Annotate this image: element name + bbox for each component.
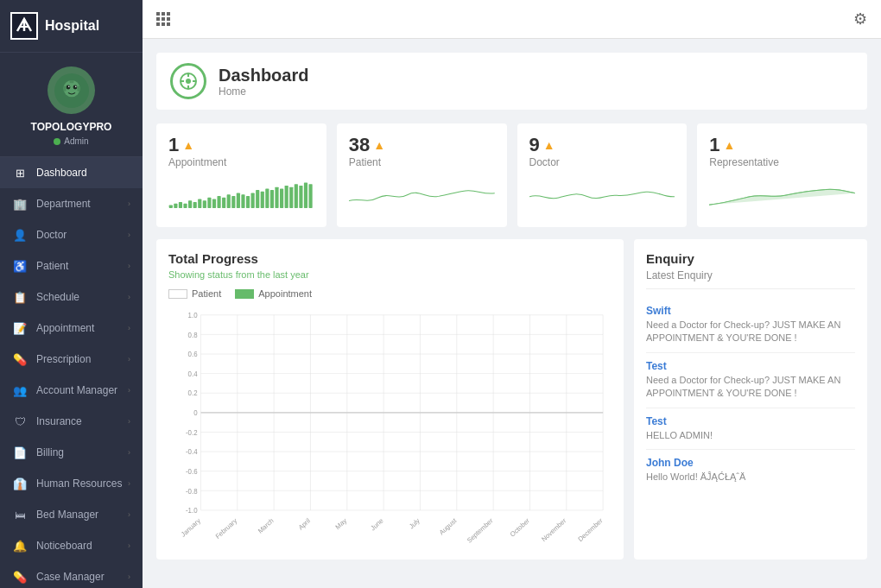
legend-patient-label: Patient [192, 288, 221, 299]
svg-rect-44 [299, 186, 302, 208]
nav-icon-human-resources: 👔 [12, 476, 28, 491]
svg-rect-41 [285, 186, 288, 208]
stat-trend-appointment: ▲ [182, 138, 194, 152]
nav-arrow-billing: › [128, 448, 130, 457]
profile-section: TOPOLOGYPRO Admin [0, 53, 143, 157]
app-name: Hospital [45, 18, 99, 34]
page-subtitle: Home [219, 85, 308, 98]
nav-icon-dashboard: ⊞ [12, 165, 28, 180]
svg-rect-10 [77, 85, 79, 91]
svg-rect-31 [237, 193, 240, 208]
topbar: ⚙ [143, 0, 881, 39]
sidebar-item-case-manager[interactable]: 💊 Case Manager › [0, 561, 143, 588]
nav-icon-account-manager: 👥 [12, 383, 28, 398]
svg-rect-22 [193, 202, 197, 208]
line-mini-doctor [529, 174, 675, 215]
enquiry-item-message: HELLO ADMIN! [646, 429, 855, 442]
nav-arrow-bed-manager: › [128, 510, 130, 519]
enquiry-item-name[interactable]: Swift [646, 305, 855, 317]
nav-label-department: Department [36, 198, 128, 210]
sidebar-item-doctor[interactable]: 👤 Doctor › [0, 219, 143, 250]
sidebar-header: Hospital [0, 0, 143, 53]
svg-text:June: June [370, 516, 385, 532]
nav-icon-schedule: 📋 [12, 289, 28, 305]
dashboard-title-block: Dashboard Home [219, 66, 308, 98]
svg-text:September: September [466, 516, 495, 545]
svg-text:-0.8: -0.8 [186, 487, 198, 495]
sidebar-item-patient[interactable]: ♿ Patient › [0, 250, 143, 281]
stat-trend-doctor: ▲ [543, 138, 555, 152]
svg-rect-42 [289, 187, 293, 208]
svg-text:-0.4: -0.4 [186, 448, 198, 456]
nav-label-appointment: Appointment [36, 322, 128, 334]
nav-icon-prescription: 💊 [12, 351, 28, 367]
svg-rect-32 [241, 194, 244, 208]
svg-text:0.2: 0.2 [188, 389, 198, 397]
grid-icon [156, 12, 170, 26]
svg-point-16 [186, 79, 191, 84]
svg-rect-29 [227, 194, 231, 208]
sidebar-item-prescription[interactable]: 💊 Prescription › [0, 344, 143, 375]
sidebar-item-dashboard[interactable]: ⊞ Dashboard [0, 157, 143, 188]
nav-label-dashboard: Dashboard [36, 167, 130, 179]
nav-arrow-noticeboard: › [128, 541, 130, 550]
svg-rect-19 [179, 202, 182, 208]
stat-trend-representative: ▲ [724, 138, 736, 152]
nav-label-insurance: Insurance [36, 415, 128, 427]
enquiry-item-name[interactable]: Test [646, 360, 855, 372]
svg-point-6 [68, 85, 70, 87]
nav-icon-noticeboard: 🔔 [12, 538, 28, 553]
sidebar-item-billing[interactable]: 📄 Billing › [0, 437, 143, 468]
sidebar-item-schedule[interactable]: 📋 Schedule › [0, 281, 143, 313]
enquiry-item: Test HELLO ADMIN! [646, 408, 855, 450]
svg-text:July: July [408, 516, 421, 530]
nav-arrow-department: › [128, 199, 130, 208]
enquiry-card: Enquiry Latest Enquiry Swift Need a Doct… [634, 239, 867, 560]
nav-icon-bed-manager: 🛏 [12, 507, 28, 522]
sidebar-item-human-resources[interactable]: 👔 Human Resources › [0, 468, 143, 499]
nav-label-doctor: Doctor [36, 229, 128, 241]
nav-icon-patient: ♿ [12, 258, 28, 274]
svg-rect-43 [295, 184, 298, 208]
stat-card-doctor: 9▲ Doctor [517, 123, 688, 227]
enquiry-item-name[interactable]: John Doe [646, 457, 855, 469]
sidebar-item-bed-manager[interactable]: 🛏 Bed Manager › [0, 499, 143, 530]
svg-text:-0.2: -0.2 [186, 428, 198, 436]
svg-rect-23 [198, 199, 201, 208]
stat-value-doctor: 9▲ [529, 134, 675, 156]
profile-status: Admin [54, 136, 88, 146]
sidebar: Hospital TOPOLOGYPRO Admin ⊞ [0, 0, 143, 588]
nav-arrow-doctor: › [128, 231, 130, 239]
svg-text:October: October [509, 516, 531, 539]
settings-button[interactable]: ⚙ [853, 9, 867, 28]
svg-rect-45 [304, 182, 307, 208]
nav-label-patient: Patient [36, 260, 128, 272]
enquiry-item-name[interactable]: Test [646, 415, 855, 427]
stat-label-appointment: Appointment [168, 156, 314, 168]
svg-rect-39 [275, 187, 278, 208]
sidebar-item-appointment[interactable]: 📝 Appointment › [0, 313, 143, 344]
sidebar-item-noticeboard[interactable]: 🔔 Noticeboard › [0, 530, 143, 561]
enquiry-item-message: Need a Doctor for Check-up? JUST MAKE AN… [646, 374, 855, 401]
svg-rect-34 [251, 193, 255, 208]
sidebar-item-account-manager[interactable]: 👥 Account Manager › [0, 375, 143, 406]
legend-patient-box [168, 289, 187, 299]
stat-value-appointment: 1▲ [168, 134, 314, 156]
stat-label-representative: Representative [709, 156, 855, 168]
sidebar-item-department[interactable]: 🏢 Department › [0, 188, 143, 219]
svg-text:0: 0 [193, 409, 198, 417]
nav-label-noticeboard: Noticeboard [36, 540, 128, 552]
stat-label-doctor: Doctor [529, 156, 675, 168]
sidebar-item-insurance[interactable]: 🛡 Insurance › [0, 406, 143, 437]
nav-label-human-resources: Human Resources [36, 477, 128, 490]
svg-rect-18 [174, 204, 177, 208]
svg-rect-28 [222, 198, 225, 208]
svg-text:November: November [540, 516, 567, 543]
nav-arrow-appointment: › [128, 324, 130, 332]
nav-icon-department: 🏢 [12, 196, 28, 212]
topbar-left [156, 12, 170, 26]
svg-text:0.6: 0.6 [188, 351, 198, 358]
svg-rect-20 [183, 204, 187, 208]
main-content: ⚙ Dashboard Home 1▲ [143, 0, 881, 588]
line-chart: 1.00.80.60.40.20-0.2-0.4-0.6-0.8-1.0Janu… [168, 306, 612, 547]
